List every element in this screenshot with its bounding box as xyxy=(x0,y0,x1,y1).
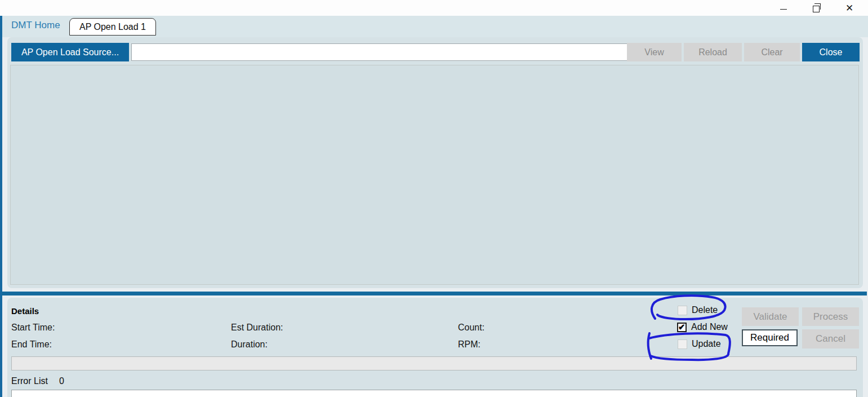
minimize-icon xyxy=(780,9,787,10)
window-left-accent xyxy=(0,16,2,397)
update-checkbox[interactable] xyxy=(678,339,687,349)
add-new-checkbox-label: Add New xyxy=(691,322,728,332)
error-list-count: 0 xyxy=(59,376,64,386)
restore-icon xyxy=(813,6,820,12)
clear-button[interactable]: Clear xyxy=(744,43,800,61)
view-button[interactable]: View xyxy=(627,43,682,61)
update-checkbox-label: Update xyxy=(692,339,721,349)
end-time-label: End Time: xyxy=(11,339,52,350)
add-new-checkbox[interactable] xyxy=(677,323,687,332)
close-button[interactable]: Close xyxy=(802,43,860,61)
error-list-box xyxy=(11,390,857,397)
title-bar xyxy=(0,0,868,16)
tab-ap-open-load-1[interactable]: AP Open Load 1 xyxy=(69,18,156,36)
tab-dmt-home[interactable]: DMT Home xyxy=(11,20,60,31)
count-label: Count: xyxy=(458,323,484,333)
close-window-button[interactable]: ✕ xyxy=(836,0,862,16)
add-new-checkbox-row[interactable]: Add New xyxy=(677,322,728,332)
delete-checkbox[interactable] xyxy=(678,306,687,315)
progress-bar xyxy=(11,356,857,370)
reload-button[interactable]: Reload xyxy=(684,43,742,61)
error-list-label: Error List xyxy=(11,376,48,386)
validate-button[interactable]: Validate xyxy=(742,307,799,326)
details-title: Details xyxy=(11,306,39,316)
delete-checkbox-label: Delete xyxy=(692,305,718,315)
ap-open-load-source-button[interactable]: AP Open Load Source... xyxy=(11,43,129,61)
rpm-label: RPM: xyxy=(458,339,480,350)
duration-label: Duration: xyxy=(231,339,268,350)
delete-checkbox-row[interactable]: Delete xyxy=(678,305,718,315)
update-checkbox-row[interactable]: Update xyxy=(678,339,721,349)
process-button[interactable]: Process xyxy=(802,307,859,326)
section-divider xyxy=(2,292,867,295)
est-duration-label: Est Duration: xyxy=(231,323,283,333)
restore-button[interactable] xyxy=(803,0,829,16)
source-path-input[interactable] xyxy=(131,43,628,61)
minimize-button[interactable] xyxy=(771,0,796,16)
details-panel xyxy=(7,298,863,397)
cancel-button[interactable]: Cancel xyxy=(802,329,859,349)
required-button[interactable]: Required xyxy=(742,329,798,346)
close-icon: ✕ xyxy=(845,3,853,13)
load-content-area xyxy=(10,65,859,285)
start-time-label: Start Time: xyxy=(11,323,55,333)
